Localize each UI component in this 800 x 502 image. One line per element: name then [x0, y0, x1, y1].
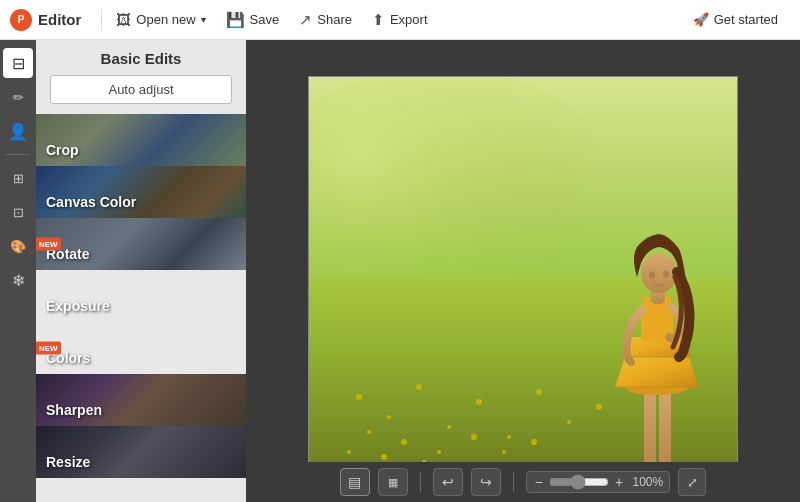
icon-bar-transform[interactable]: ⊞ [3, 163, 33, 193]
paint-icon: 🎨 [10, 239, 26, 254]
crop-label: Crop [46, 142, 79, 158]
save-button[interactable]: 💾 Save [216, 7, 290, 33]
open-new-chevron-icon: ▾ [201, 14, 206, 25]
sharpen-label: Sharpen [46, 402, 102, 418]
status-sep-2 [513, 472, 514, 492]
get-started-label: Get started [714, 12, 778, 27]
photo-svg [309, 77, 738, 466]
edit-item-canvas-color[interactable]: Canvas Color [36, 166, 246, 218]
save-icon: 💾 [226, 11, 245, 29]
app-title: Editor [38, 11, 81, 28]
rotate-bg [36, 218, 246, 270]
effects-icon: ⊡ [13, 205, 24, 220]
colors-new-badge: NEW [36, 342, 61, 355]
app-logo[interactable]: P Editor [10, 9, 81, 31]
colors-bg [36, 322, 246, 374]
side-panel: Basic Edits Auto adjust Crop Canvas Colo… [36, 40, 246, 502]
edit-item-exposure[interactable]: Exposure [36, 270, 246, 322]
zoom-slider[interactable] [549, 474, 609, 490]
photo [308, 76, 738, 466]
zoom-out-button[interactable]: − [533, 474, 545, 490]
toolbar: P Editor 🖼 Open new ▾ 💾 Save ↗ Share ⬆ E… [0, 0, 800, 40]
exposure-label: Exposure [46, 298, 110, 314]
get-started-button[interactable]: 🚀 Get started [681, 7, 790, 32]
edit-item-rotate[interactable]: NEW Rotate [36, 218, 246, 270]
edit-item-resize[interactable]: Resize [36, 426, 246, 478]
edit-item-sharpen[interactable]: Sharpen [36, 374, 246, 426]
grid-button[interactable]: ▦ [378, 468, 408, 496]
share-icon: ↗ [299, 11, 312, 29]
status-bar: ▤ ▦ ↩ ↪ − + 100% [246, 462, 800, 502]
photo-container [308, 76, 738, 466]
get-started-icon: 🚀 [693, 12, 709, 27]
canvas-color-bg [36, 166, 246, 218]
open-new-label: Open new [136, 12, 195, 27]
icon-bar: ⊟ ✏ 👤 ⊞ ⊡ 🎨 ❄ [0, 40, 36, 502]
crop-bg [36, 114, 246, 166]
icon-bar-person[interactable]: 👤 [3, 116, 33, 146]
edit-item-colors[interactable]: NEW Colors [36, 322, 246, 374]
zoom-in-button[interactable]: + [613, 474, 625, 490]
export-label: Export [390, 12, 428, 27]
icon-bar-paint[interactable]: 🎨 [3, 231, 33, 261]
logo-icon: P [10, 9, 32, 31]
resize-label: Resize [46, 454, 90, 470]
export-button[interactable]: ⬆ Export [362, 7, 438, 33]
export-icon: ⬆ [372, 11, 385, 29]
toolbar-separator-1 [101, 9, 102, 31]
undo-button[interactable]: ↩ [433, 468, 463, 496]
share-label: Share [317, 12, 352, 27]
share-button[interactable]: ↗ Share [289, 7, 362, 33]
status-sep-1 [420, 472, 421, 492]
zoom-percent: 100% [629, 475, 663, 489]
sliders-icon: ⊟ [12, 54, 25, 73]
icon-bar-effects[interactable]: ⊡ [3, 197, 33, 227]
canvas-color-label: Canvas Color [46, 194, 136, 210]
fullscreen-button[interactable]: ⤢ [678, 468, 706, 496]
redo-icon: ↪ [480, 474, 492, 490]
save-label: Save [250, 12, 280, 27]
side-panel-header: Basic Edits [36, 40, 246, 75]
edit-item-crop[interactable]: Crop [36, 114, 246, 166]
main-area: ⊟ ✏ 👤 ⊞ ⊡ 🎨 ❄ Basic Edits Auto adjust [0, 40, 800, 502]
zoom-in-icon: + [615, 474, 623, 490]
open-new-button[interactable]: 🖼 Open new ▾ [106, 7, 215, 32]
zoom-controls: − + 100% [526, 471, 670, 493]
layers-button[interactable]: ▤ [340, 468, 370, 496]
layers-icon: ▤ [348, 474, 361, 490]
resize-bg [36, 426, 246, 478]
rotate-new-badge: NEW [36, 238, 61, 251]
fullscreen-icon: ⤢ [687, 475, 698, 490]
snowflake-icon: ❄ [12, 271, 25, 290]
icon-bar-brush[interactable]: ✏ [3, 82, 33, 112]
canvas-area[interactable]: ▤ ▦ ↩ ↪ − + 100% [246, 40, 800, 502]
open-new-icon: 🖼 [116, 11, 131, 28]
transform-icon: ⊞ [13, 171, 24, 186]
auto-adjust-button[interactable]: Auto adjust [50, 75, 232, 104]
brush-icon: ✏ [13, 90, 24, 105]
icon-bar-snowflake[interactable]: ❄ [3, 265, 33, 295]
sharpen-bg [36, 374, 246, 426]
person-icon: 👤 [8, 122, 28, 141]
edit-items-list: Crop Canvas Color NEW Rotate Exposure [36, 114, 246, 502]
grid-icon: ▦ [388, 476, 398, 489]
toolbar-right: 🚀 Get started [681, 7, 790, 32]
icon-bar-sliders[interactable]: ⊟ [3, 48, 33, 78]
redo-button[interactable]: ↪ [471, 468, 501, 496]
undo-icon: ↩ [442, 474, 454, 490]
exposure-bg [36, 270, 246, 322]
zoom-out-icon: − [535, 474, 543, 490]
icon-bar-sep-1 [6, 154, 30, 155]
